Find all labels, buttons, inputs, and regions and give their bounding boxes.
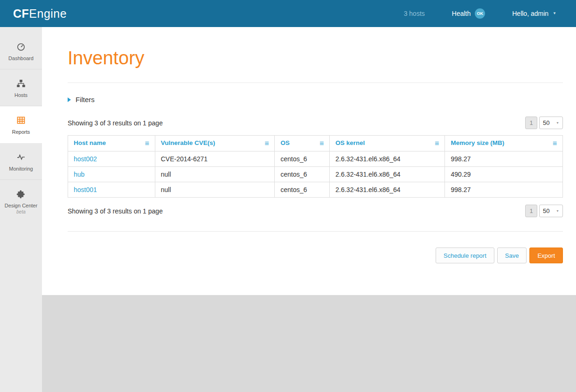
host-link[interactable]: hub — [74, 171, 84, 178]
filters-label: Filters — [76, 96, 95, 103]
content-column: Inventory Filters Showing 3 of 3 results… — [42, 27, 576, 392]
sidebar-item-hosts[interactable]: Hosts — [0, 69, 42, 106]
filters-toggle[interactable]: Filters — [68, 96, 563, 103]
page-number-button[interactable]: 1 — [525, 117, 537, 129]
cell-os: centos_6 — [275, 182, 330, 198]
pagination-top: 1 50 ▼ — [525, 117, 563, 129]
sidebar-item-dashboard[interactable]: Dashboard — [0, 33, 42, 69]
hosts-icon — [16, 79, 26, 88]
chevron-right-icon — [68, 97, 71, 102]
host-link[interactable]: host001 — [74, 186, 97, 193]
export-button[interactable]: Export — [529, 248, 563, 263]
column-header-os-kernel[interactable]: OS kernel≡ — [330, 136, 445, 151]
cell-memory-size: 998.27 — [445, 182, 563, 198]
title-divider — [68, 83, 563, 83]
results-summary: Showing 3 of 3 results on 1 page — [68, 207, 163, 215]
user-menu[interactable]: Hello, admin ▼ — [512, 10, 556, 17]
cell-os-kernel: 2.6.32-431.el6.x86_64 — [330, 167, 445, 182]
report-actions: Schedule report Save Export — [68, 248, 563, 263]
sidebar-item-label: Dashboard — [2, 55, 40, 61]
sidebar-item-sublabel: beta — [2, 209, 40, 214]
page-size-select[interactable]: 50 ▼ — [539, 117, 563, 129]
sidebar-item-monitoring[interactable]: Monitoring — [0, 143, 42, 180]
health-ok-badge: OK — [475, 8, 485, 19]
page-layout: Dashboard Hosts Reports Monitoring Desig… — [0, 27, 576, 392]
health-label: Health — [452, 10, 471, 17]
sidebar-item-label: Reports — [2, 129, 40, 135]
top-header: CFEngine 3 hosts Health OK Hello, admin … — [0, 0, 576, 27]
table-header-row: Host name≡ Vulnerable CVE(s)≡ OS≡ OS ker… — [68, 136, 563, 151]
table-row: hub null centos_6 2.6.32-431.el6.x86_64 … — [68, 167, 563, 182]
column-menu-icon[interactable]: ≡ — [264, 139, 269, 147]
column-label: Vulnerable CVE(s) — [161, 139, 215, 146]
reports-icon — [16, 116, 26, 125]
sidebar-item-label: Design Center — [2, 203, 40, 208]
table-row: host001 null centos_6 2.6.32-431.el6.x86… — [68, 182, 563, 198]
column-menu-icon[interactable]: ≡ — [145, 139, 149, 147]
page-size-value: 50 — [543, 119, 549, 126]
actions-divider — [68, 231, 563, 232]
page-number-button[interactable]: 1 — [525, 205, 537, 217]
inventory-report-panel: Inventory Filters Showing 3 of 3 results… — [42, 27, 576, 295]
column-menu-icon[interactable]: ≡ — [435, 139, 439, 147]
design-center-icon — [16, 189, 26, 199]
column-label: OS — [280, 139, 290, 146]
schedule-report-button[interactable]: Schedule report — [436, 248, 494, 263]
host-link[interactable]: host002 — [74, 155, 97, 163]
chevron-down-icon: ▼ — [553, 12, 556, 15]
column-header-os[interactable]: OS≡ — [275, 136, 330, 151]
cfengine-logo[interactable]: CFEngine — [13, 7, 67, 21]
page-size-value: 50 — [543, 207, 549, 214]
cell-os: centos_6 — [275, 167, 330, 182]
inventory-table: Host name≡ Vulnerable CVE(s)≡ OS≡ OS ker… — [68, 135, 563, 198]
cell-os: centos_6 — [275, 151, 330, 167]
column-header-host-name[interactable]: Host name≡ — [68, 136, 155, 151]
chevron-down-icon: ▼ — [556, 121, 559, 124]
sidebar-item-label: Hosts — [2, 92, 40, 98]
cell-os-kernel: 2.6.32-431.el6.x86_64 — [330, 151, 445, 167]
health-indicator[interactable]: Health OK — [452, 8, 485, 19]
cell-vulnerable-cve: CVE-2014-6271 — [155, 151, 275, 167]
column-label: OS kernel — [335, 139, 365, 146]
column-menu-icon[interactable]: ≡ — [319, 139, 324, 147]
results-bar-bottom: Showing 3 of 3 results on 1 page 1 50 ▼ — [68, 205, 563, 217]
cell-os-kernel: 2.6.32-431.el6.x86_64 — [330, 182, 445, 198]
pagination-bottom: 1 50 ▼ — [525, 205, 563, 217]
results-summary: Showing 3 of 3 results on 1 page — [68, 119, 163, 127]
cell-vulnerable-cve: null — [155, 182, 275, 198]
cell-host-name: host001 — [68, 182, 155, 198]
cell-memory-size: 998.27 — [445, 151, 563, 167]
dashboard-icon — [16, 42, 26, 51]
sidebar-item-label: Monitoring — [2, 166, 40, 172]
results-bar-top: Showing 3 of 3 results on 1 page 1 50 ▼ — [68, 117, 563, 129]
chevron-down-icon: ▼ — [556, 209, 559, 213]
sidebar-nav: Dashboard Hosts Reports Monitoring Desig… — [0, 27, 42, 392]
sidebar-item-design-center[interactable]: Design Center beta — [0, 180, 42, 222]
user-greeting: Hello, admin — [512, 10, 548, 17]
cell-memory-size: 490.29 — [445, 167, 563, 182]
sidebar-item-reports[interactable]: Reports — [0, 106, 42, 143]
page-size-select[interactable]: 50 ▼ — [539, 205, 563, 217]
column-label: Host name — [74, 139, 106, 146]
logo-cf: CF — [13, 7, 29, 20]
logo-engine: Engine — [29, 7, 67, 20]
column-label: Memory size (MB) — [451, 139, 504, 146]
column-header-memory-size[interactable]: Memory size (MB)≡ — [445, 136, 563, 151]
monitoring-icon — [16, 152, 26, 162]
cell-host-name: host002 — [68, 151, 155, 167]
hosts-count-link[interactable]: 3 hosts — [404, 10, 425, 17]
table-row: host002 CVE-2014-6271 centos_6 2.6.32-43… — [68, 151, 563, 167]
column-header-vulnerable-cve[interactable]: Vulnerable CVE(s)≡ — [155, 136, 275, 151]
save-button[interactable]: Save — [497, 248, 527, 263]
column-menu-icon[interactable]: ≡ — [553, 139, 557, 147]
cell-vulnerable-cve: null — [155, 167, 275, 182]
topbar-right: 3 hosts Health OK Hello, admin ▼ — [404, 8, 556, 19]
cell-host-name: hub — [68, 167, 155, 182]
page-title: Inventory — [68, 48, 563, 69]
